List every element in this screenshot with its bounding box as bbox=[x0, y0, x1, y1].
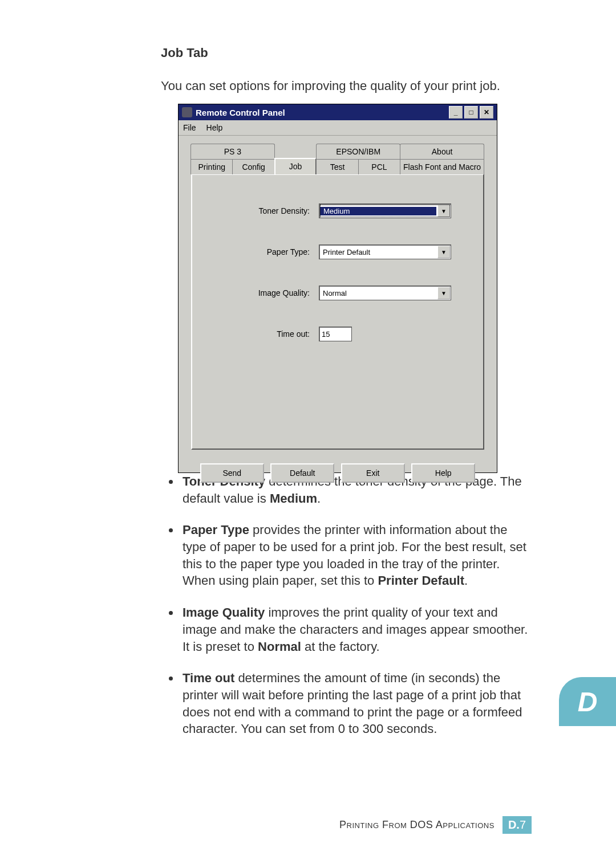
bullet-image-quality: Image Quality improves the print quality… bbox=[180, 604, 532, 655]
exit-button[interactable]: Exit bbox=[341, 463, 405, 483]
label-time-out: Time out: bbox=[207, 329, 319, 339]
tab-test[interactable]: Test bbox=[316, 159, 358, 174]
label-image-quality: Image Quality: bbox=[207, 288, 319, 298]
section-intro: You can set options for improving the qu… bbox=[161, 79, 532, 93]
tab-row-top: PS 3 Printing Config Job EPSON/IBM Test … bbox=[191, 144, 484, 174]
tab-job[interactable]: Job bbox=[274, 158, 317, 174]
chevron-down-icon[interactable]: ▼ bbox=[437, 205, 450, 217]
paper-type-value[interactable] bbox=[319, 248, 437, 256]
window-title: Remote Control Panel bbox=[196, 108, 285, 117]
tab-printing[interactable]: Printing bbox=[191, 159, 233, 174]
close-icon[interactable]: ✕ bbox=[480, 106, 493, 119]
image-quality-select[interactable]: ▼ bbox=[319, 286, 451, 300]
time-out-input[interactable]: 15 bbox=[319, 327, 352, 341]
label-toner-density: Toner Density: bbox=[207, 206, 319, 215]
paper-type-select[interactable]: ▼ bbox=[319, 244, 451, 259]
bullet-time-out: Time out determines the amount of time (… bbox=[180, 670, 532, 737]
remote-control-panel-window: Remote Control Panel _ □ ✕ File Help PS … bbox=[178, 104, 497, 473]
titlebar[interactable]: Remote Control Panel _ □ ✕ bbox=[179, 104, 497, 120]
tab-flash-font-macro[interactable]: Flash Font and Macro bbox=[400, 159, 484, 174]
image-quality-value[interactable] bbox=[319, 289, 437, 298]
tab-config[interactable]: Config bbox=[232, 159, 274, 174]
bullet-paper-type: Paper Type provides the printer with inf… bbox=[180, 521, 532, 589]
footer-page-number: D.7 bbox=[502, 816, 532, 834]
tab-ps3[interactable]: PS 3 bbox=[191, 144, 275, 159]
help-button[interactable]: Help bbox=[411, 463, 475, 483]
tab-pcl[interactable]: PCL bbox=[358, 159, 400, 174]
page-footer: Printing From DOS Applications D.7 bbox=[0, 816, 616, 834]
option-descriptions: Toner Density determines the toner densi… bbox=[161, 473, 532, 737]
section-heading: Job Tab bbox=[161, 46, 532, 60]
tab-epson-ibm[interactable]: EPSON/IBM bbox=[316, 144, 400, 159]
minimize-icon[interactable]: _ bbox=[449, 106, 463, 119]
tab-about[interactable]: About bbox=[400, 144, 484, 159]
maximize-icon[interactable]: □ bbox=[464, 106, 478, 119]
section-tab: D bbox=[559, 677, 616, 726]
label-paper-type: Paper Type: bbox=[207, 247, 319, 256]
default-button[interactable]: Default bbox=[270, 463, 334, 483]
tab-pane-job: Toner Density: ▼ Paper Type: ▼ bbox=[191, 174, 484, 450]
footer-caption: Printing From DOS Applications bbox=[339, 819, 495, 831]
toner-density-select[interactable]: ▼ bbox=[319, 203, 451, 218]
send-button[interactable]: Send bbox=[200, 463, 264, 483]
menu-file[interactable]: File bbox=[183, 123, 196, 132]
menubar: File Help bbox=[179, 120, 497, 136]
toner-density-value[interactable] bbox=[320, 207, 436, 215]
chevron-down-icon[interactable]: ▼ bbox=[437, 246, 450, 258]
chevron-down-icon[interactable]: ▼ bbox=[437, 287, 450, 299]
menu-help[interactable]: Help bbox=[206, 123, 223, 132]
app-icon bbox=[182, 107, 192, 117]
